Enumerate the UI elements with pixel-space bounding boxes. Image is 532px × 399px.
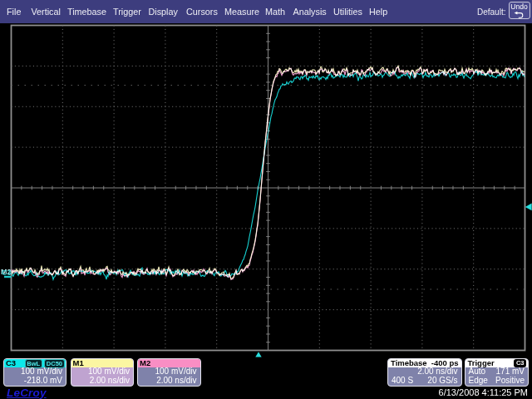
svg-text:C3: C3 xyxy=(2,268,12,277)
